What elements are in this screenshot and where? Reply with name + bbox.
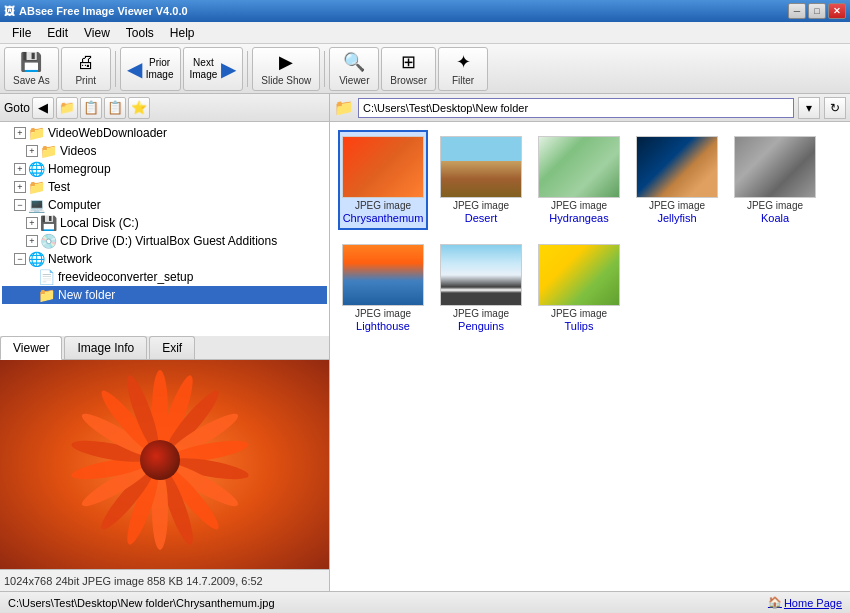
tree-item-freevideoconverter[interactable]: 📄 freevideoconverter_setup [2, 268, 327, 286]
tree-item-network[interactable]: − 🌐 Network [2, 250, 327, 268]
folder-icon: 📁 [38, 287, 55, 303]
save-as-button[interactable]: 💾 Save As [4, 47, 59, 91]
tree-item-newfolder[interactable]: 📁 New folder [2, 286, 327, 304]
thumb-name-hydrangeas: Hydrangeas [549, 212, 608, 224]
expand-homegroup[interactable]: + [14, 163, 26, 175]
left-panel: Goto ◀ 📁 📋 📋 ⭐ + 📁 VideoWebDownloader + … [0, 94, 330, 591]
print-label: Print [75, 75, 96, 86]
thumb-img-chrysanthemum [342, 136, 424, 198]
tree-item-videos[interactable]: + 📁 Videos [2, 142, 327, 160]
app-icon: 🖼 [4, 5, 15, 17]
expand-computer[interactable]: − [14, 199, 26, 211]
next-image-button[interactable]: NextImage ▶ [183, 47, 244, 91]
svg-point-19 [140, 440, 180, 480]
home-page-link[interactable]: 🏠 Home Page [768, 596, 842, 609]
thumb-img-hydrangeas [538, 136, 620, 198]
tree-item-localdisk[interactable]: + 💾 Local Disk (C:) [2, 214, 327, 232]
print-icon: 🖨 [77, 52, 95, 73]
thumb-name-tulips: Tulips [565, 320, 594, 332]
left-preview-status: 1024x768 24bit JPEG image 858 KB 14.7.20… [0, 569, 329, 591]
slideshow-button[interactable]: ▶ Slide Show [252, 47, 320, 91]
viewer-icon: 🔍 [343, 51, 365, 73]
expand-network[interactable]: − [14, 253, 26, 265]
expand-test[interactable]: + [14, 181, 26, 193]
menu-help[interactable]: Help [162, 24, 203, 42]
menu-bar: File Edit View Tools Help [0, 22, 850, 44]
browser-button[interactable]: ⊞ Browser [381, 47, 436, 91]
thumb-desert[interactable]: JPEG image Desert [436, 130, 526, 230]
menu-view[interactable]: View [76, 24, 118, 42]
goto-copy-button[interactable]: 📋 [104, 97, 126, 119]
expand-cddrive[interactable]: + [26, 235, 38, 247]
goto-forward-button[interactable]: 📁 [56, 97, 78, 119]
folder-icon: 📁 [28, 125, 45, 141]
path-dropdown-button[interactable]: ▾ [798, 97, 820, 119]
thumb-type-hydrangeas: JPEG image [551, 200, 607, 211]
tree-item-test[interactable]: + 📁 Test [2, 178, 327, 196]
thumb-img-jellyfish [636, 136, 718, 198]
print-button[interactable]: 🖨 Print [61, 47, 111, 91]
tree-item-cddrive[interactable]: + 💿 CD Drive (D:) VirtualBox Guest Addit… [2, 232, 327, 250]
tree-view[interactable]: + 📁 VideoWebDownloader + 📁 Videos + 🌐 Ho… [0, 122, 329, 336]
thumbnail-grid: JPEG image Chrysanthemum JPEG image Dese… [330, 122, 850, 591]
filter-icon: ✦ [456, 51, 471, 73]
thumb-img-koala [734, 136, 816, 198]
tab-exif[interactable]: Exif [149, 336, 195, 359]
goto-up-button[interactable]: 📋 [80, 97, 102, 119]
cddrive-icon: 💿 [40, 233, 57, 249]
menu-file[interactable]: File [4, 24, 39, 42]
app-title: ABsee Free Image Viewer V4.0.0 [19, 5, 188, 17]
minimize-button[interactable]: ─ [788, 3, 806, 19]
tab-viewer[interactable]: Viewer [0, 336, 62, 360]
tree-item-computer[interactable]: − 💻 Computer [2, 196, 327, 214]
preview-area [0, 360, 329, 570]
right-panel: 📁 ▾ ↻ JPEG image Chrysanthemum JPEG imag… [330, 94, 850, 591]
network-icon: 🌐 [28, 251, 45, 267]
slideshow-icon: ▶ [279, 51, 293, 73]
goto-favorite-button[interactable]: ⭐ [128, 97, 150, 119]
prior-image-button[interactable]: ◀ PriorImage [120, 47, 181, 91]
expand-localdisk[interactable]: + [26, 217, 38, 229]
folder-icon: 📁 [28, 179, 45, 195]
homegroup-icon: 🌐 [28, 161, 45, 177]
localdisk-icon: 💾 [40, 215, 57, 231]
menu-edit[interactable]: Edit [39, 24, 76, 42]
prior-arrow-icon: ◀ [127, 57, 142, 81]
tab-image-info[interactable]: Image Info [64, 336, 147, 359]
thumb-name-lighthouse: Lighthouse [356, 320, 410, 332]
thumb-jellyfish[interactable]: JPEG image Jellyfish [632, 130, 722, 230]
thumb-tulips[interactable]: JPEG image Tulips [534, 238, 624, 338]
thumb-lighthouse[interactable]: JPEG image Lighthouse [338, 238, 428, 338]
home-label: Home Page [784, 597, 842, 609]
prior-image-label: PriorImage [146, 57, 174, 81]
file-icon: 📄 [38, 269, 55, 285]
goto-back-button[interactable]: ◀ [32, 97, 54, 119]
tree-item-homegroup[interactable]: + 🌐 Homegroup [2, 160, 327, 178]
slideshow-label: Slide Show [261, 75, 311, 86]
thumb-penguins[interactable]: JPEG image Penguins [436, 238, 526, 338]
expand-videowebdownloader[interactable]: + [14, 127, 26, 139]
expand-videos[interactable]: + [26, 145, 38, 157]
thumb-type-desert: JPEG image [453, 200, 509, 211]
thumb-hydrangeas[interactable]: JPEG image Hydrangeas [534, 130, 624, 230]
thumb-img-lighthouse [342, 244, 424, 306]
maximize-button[interactable]: □ [808, 3, 826, 19]
status-bar: C:\Users\Test\Desktop\New folder\Chrysan… [0, 591, 850, 613]
thumb-chrysanthemum[interactable]: JPEG image Chrysanthemum [338, 130, 428, 230]
preview-status-text: 1024x768 24bit JPEG image 858 KB 14.7.20… [4, 575, 263, 587]
thumb-type-jellyfish: JPEG image [649, 200, 705, 211]
browser-icon: ⊞ [401, 51, 416, 73]
next-image-label: NextImage [190, 57, 218, 81]
path-refresh-button[interactable]: ↻ [824, 97, 846, 119]
thumb-img-penguins [440, 244, 522, 306]
menu-tools[interactable]: Tools [118, 24, 162, 42]
thumb-name-chrysanthemum: Chrysanthemum [343, 212, 424, 224]
toolbar: 💾 Save As 🖨 Print ◀ PriorImage NextImage… [0, 44, 850, 94]
viewer-button[interactable]: 🔍 Viewer [329, 47, 379, 91]
close-button[interactable]: ✕ [828, 3, 846, 19]
thumb-koala[interactable]: JPEG image Koala [730, 130, 820, 230]
tree-item-videowebdownloader[interactable]: + 📁 VideoWebDownloader [2, 124, 327, 142]
filter-button[interactable]: ✦ Filter [438, 47, 488, 91]
toolbar-separator-1 [115, 51, 116, 87]
path-input[interactable] [358, 98, 794, 118]
